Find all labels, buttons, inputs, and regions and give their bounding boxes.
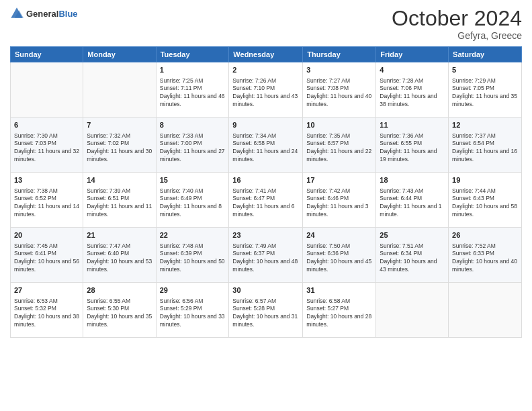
sunset-text: Sunset: 6:47 PM bbox=[232, 195, 299, 203]
calendar-week-row: 13Sunrise: 7:38 AMSunset: 6:52 PMDayligh… bbox=[11, 173, 522, 228]
cell-content: 22Sunrise: 7:48 AMSunset: 6:39 PMDayligh… bbox=[160, 230, 226, 274]
sunrise-text: Sunrise: 7:40 AM bbox=[160, 187, 226, 195]
cell-content: 27Sunrise: 6:53 AMSunset: 5:32 PMDayligh… bbox=[14, 285, 79, 329]
calendar-cell bbox=[11, 62, 83, 118]
sunrise-text: Sunrise: 6:56 AM bbox=[160, 298, 226, 306]
daylight-text: Daylight: 11 hours and 1 minute. bbox=[380, 203, 445, 219]
cell-content: 11Sunrise: 7:36 AMSunset: 6:55 PMDayligh… bbox=[380, 120, 445, 164]
day-header-friday: Friday bbox=[376, 47, 449, 62]
sunrise-text: Sunrise: 6:58 AM bbox=[306, 298, 372, 306]
cell-content: 1Sunrise: 7:25 AMSunset: 7:11 PMDaylight… bbox=[160, 65, 226, 109]
calendar-cell: 2Sunrise: 7:26 AMSunset: 7:10 PMDaylight… bbox=[229, 62, 303, 118]
calendar-cell bbox=[376, 283, 449, 338]
day-number: 29 bbox=[160, 285, 226, 295]
sunrise-text: Sunrise: 6:53 AM bbox=[14, 298, 79, 306]
day-header-wednesday: Wednesday bbox=[229, 47, 303, 62]
day-number: 8 bbox=[160, 120, 226, 130]
day-number: 31 bbox=[306, 285, 372, 295]
daylight-text: Daylight: 11 hours and 8 minutes. bbox=[160, 203, 226, 219]
sunset-text: Sunset: 7:05 PM bbox=[452, 85, 518, 93]
cell-content: 29Sunrise: 6:56 AMSunset: 5:29 PMDayligh… bbox=[160, 285, 226, 329]
cell-content: 6Sunrise: 7:30 AMSunset: 7:03 PMDaylight… bbox=[14, 120, 79, 164]
cell-content: 10Sunrise: 7:35 AMSunset: 6:57 PMDayligh… bbox=[306, 120, 372, 164]
calendar-cell: 5Sunrise: 7:29 AMSunset: 7:05 PMDaylight… bbox=[449, 62, 522, 118]
sunset-text: Sunset: 6:34 PM bbox=[380, 250, 445, 258]
cell-content: 21Sunrise: 7:47 AMSunset: 6:40 PMDayligh… bbox=[87, 230, 152, 274]
daylight-text: Daylight: 10 hours and 35 minutes. bbox=[87, 313, 152, 329]
sunset-text: Sunset: 6:52 PM bbox=[14, 195, 79, 203]
day-number: 24 bbox=[306, 230, 372, 240]
calendar-cell: 8Sunrise: 7:33 AMSunset: 7:00 PMDaylight… bbox=[156, 118, 229, 173]
cell-content: 15Sunrise: 7:40 AMSunset: 6:49 PMDayligh… bbox=[160, 175, 226, 219]
calendar-week-row: 20Sunrise: 7:45 AMSunset: 6:41 PMDayligh… bbox=[11, 228, 522, 283]
location: Gefyra, Greece bbox=[392, 30, 522, 41]
day-number: 23 bbox=[232, 230, 299, 240]
daylight-text: Daylight: 11 hours and 11 minutes. bbox=[87, 203, 152, 219]
daylight-text: Daylight: 10 hours and 58 minutes. bbox=[452, 203, 518, 219]
daylight-text: Daylight: 10 hours and 50 minutes. bbox=[160, 258, 226, 274]
daylight-text: Daylight: 11 hours and 32 minutes. bbox=[14, 148, 79, 164]
daylight-text: Daylight: 10 hours and 33 minutes. bbox=[160, 313, 226, 329]
sunrise-text: Sunrise: 7:47 AM bbox=[87, 242, 152, 250]
month-title: October 2024 bbox=[392, 7, 522, 30]
calendar-cell: 20Sunrise: 7:45 AMSunset: 6:41 PMDayligh… bbox=[11, 228, 83, 283]
calendar-table: SundayMondayTuesdayWednesdayThursdayFrid… bbox=[10, 46, 522, 338]
daylight-text: Daylight: 10 hours and 53 minutes. bbox=[87, 258, 152, 274]
calendar-cell: 6Sunrise: 7:30 AMSunset: 7:03 PMDaylight… bbox=[11, 118, 83, 173]
sunrise-text: Sunrise: 7:38 AM bbox=[14, 187, 79, 195]
calendar-cell: 29Sunrise: 6:56 AMSunset: 5:29 PMDayligh… bbox=[156, 283, 229, 338]
day-number: 13 bbox=[14, 175, 79, 185]
logo: GeneralBlue bbox=[10, 7, 78, 20]
daylight-text: Daylight: 10 hours and 45 minutes. bbox=[306, 258, 372, 274]
daylight-text: Daylight: 11 hours and 3 minutes. bbox=[306, 203, 372, 219]
day-number: 22 bbox=[160, 230, 226, 240]
daylight-text: Daylight: 11 hours and 40 minutes. bbox=[306, 93, 372, 109]
page-header: GeneralBlue October 2024 Gefyra, Greece bbox=[10, 7, 522, 41]
cell-content: 26Sunrise: 7:52 AMSunset: 6:33 PMDayligh… bbox=[452, 230, 518, 274]
day-number: 18 bbox=[380, 175, 445, 185]
calendar-cell: 1Sunrise: 7:25 AMSunset: 7:11 PMDaylight… bbox=[156, 62, 229, 118]
cell-content: 20Sunrise: 7:45 AMSunset: 6:41 PMDayligh… bbox=[14, 230, 79, 274]
daylight-text: Daylight: 11 hours and 43 minutes. bbox=[232, 93, 299, 109]
day-number: 20 bbox=[14, 230, 79, 240]
sunset-text: Sunset: 6:55 PM bbox=[380, 140, 445, 148]
daylight-text: Daylight: 11 hours and 24 minutes. bbox=[232, 148, 299, 164]
sunrise-text: Sunrise: 7:45 AM bbox=[14, 242, 79, 250]
day-number: 19 bbox=[452, 175, 518, 185]
cell-content: 5Sunrise: 7:29 AMSunset: 7:05 PMDaylight… bbox=[452, 65, 518, 109]
day-number: 30 bbox=[232, 285, 299, 295]
sunset-text: Sunset: 6:40 PM bbox=[87, 250, 152, 258]
day-number: 9 bbox=[232, 120, 299, 130]
sunrise-text: Sunrise: 7:30 AM bbox=[14, 132, 79, 140]
sunset-text: Sunset: 6:51 PM bbox=[87, 195, 152, 203]
sunset-text: Sunset: 6:57 PM bbox=[306, 140, 372, 148]
calendar-cell: 7Sunrise: 7:32 AMSunset: 7:02 PMDaylight… bbox=[83, 118, 156, 173]
sunrise-text: Sunrise: 7:33 AM bbox=[160, 132, 226, 140]
calendar-cell: 12Sunrise: 7:37 AMSunset: 6:54 PMDayligh… bbox=[449, 118, 522, 173]
day-number: 1 bbox=[160, 65, 226, 75]
calendar-cell: 13Sunrise: 7:38 AMSunset: 6:52 PMDayligh… bbox=[11, 173, 83, 228]
sunset-text: Sunset: 7:02 PM bbox=[87, 140, 152, 148]
day-number: 25 bbox=[380, 230, 445, 240]
calendar-cell: 31Sunrise: 6:58 AMSunset: 5:27 PMDayligh… bbox=[303, 283, 376, 338]
calendar-cell: 30Sunrise: 6:57 AMSunset: 5:28 PMDayligh… bbox=[229, 283, 303, 338]
daylight-text: Daylight: 11 hours and 22 minutes. bbox=[306, 148, 372, 164]
sunset-text: Sunset: 6:54 PM bbox=[452, 140, 518, 148]
sunset-text: Sunset: 6:46 PM bbox=[306, 195, 372, 203]
day-number: 28 bbox=[87, 285, 152, 295]
day-number: 14 bbox=[87, 175, 152, 185]
sunset-text: Sunset: 5:30 PM bbox=[87, 305, 152, 313]
day-number: 17 bbox=[306, 175, 372, 185]
cell-content: 3Sunrise: 7:27 AMSunset: 7:08 PMDaylight… bbox=[306, 65, 372, 109]
cell-content: 25Sunrise: 7:51 AMSunset: 6:34 PMDayligh… bbox=[380, 230, 445, 274]
calendar-cell: 14Sunrise: 7:39 AMSunset: 6:51 PMDayligh… bbox=[83, 173, 156, 228]
cell-content: 31Sunrise: 6:58 AMSunset: 5:27 PMDayligh… bbox=[306, 285, 372, 329]
daylight-text: Daylight: 11 hours and 30 minutes. bbox=[87, 148, 152, 164]
day-number: 5 bbox=[452, 65, 518, 75]
calendar-cell: 24Sunrise: 7:50 AMSunset: 6:36 PMDayligh… bbox=[303, 228, 376, 283]
sunrise-text: Sunrise: 7:48 AM bbox=[160, 242, 226, 250]
logo-icon bbox=[10, 7, 24, 20]
sunrise-text: Sunrise: 7:27 AM bbox=[306, 77, 372, 85]
sunset-text: Sunset: 7:10 PM bbox=[232, 85, 299, 93]
day-number: 3 bbox=[306, 65, 372, 75]
